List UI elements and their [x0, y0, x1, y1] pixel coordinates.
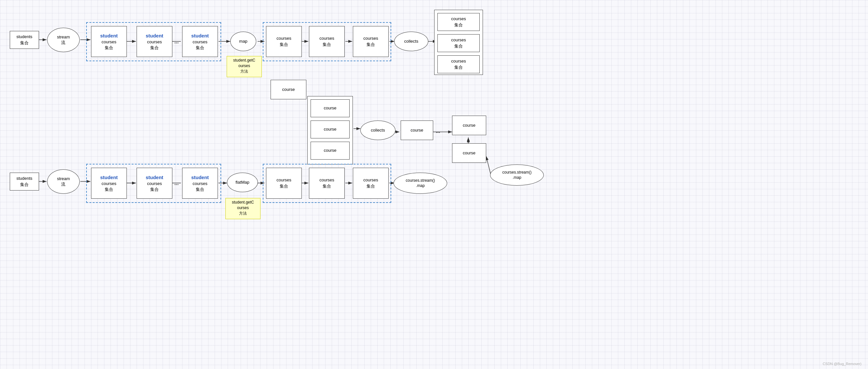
- courses-stream2-line1: courses.stream(): [406, 178, 435, 183]
- courses-stream-line1: courses.stream(): [502, 170, 531, 175]
- student1-label-bottom: student: [100, 174, 118, 181]
- students-sublabel-bottom: 集合: [20, 182, 29, 188]
- courses3-label-bottom: courses: [363, 177, 378, 183]
- courses-stream-ellipse: courses.stream() .map: [490, 165, 544, 186]
- student1-courses-top: courses: [101, 39, 117, 45]
- course-inner2-label: course: [323, 126, 336, 132]
- courses2-ji-top: 集合: [322, 42, 331, 48]
- right-box-1: courses 集合: [437, 13, 480, 31]
- svg-text:...: ...: [436, 128, 440, 134]
- student2-courses-bottom: courses: [147, 181, 162, 187]
- course-below-box: course: [452, 143, 486, 163]
- student3-label-bottom: student: [191, 174, 209, 181]
- courses-stream2-line2: .map: [406, 183, 435, 189]
- courses2-label-top: courses: [319, 35, 334, 41]
- flatmap-label: flatMap: [236, 180, 249, 185]
- students-label: students: [16, 34, 32, 40]
- course-inner-box-2: course: [311, 120, 350, 138]
- right2-label: courses: [451, 37, 466, 43]
- right-box-3: courses 集合: [437, 55, 480, 73]
- courses-stream-line2: .map: [502, 175, 531, 180]
- courses2-label-bottom: courses: [319, 177, 334, 183]
- student3-ji-bottom: 集合: [196, 187, 204, 193]
- right-box-2: courses 集合: [437, 34, 480, 52]
- student-box-2-top: student courses 集合: [136, 26, 173, 57]
- note-line2-bottom: ourses: [228, 205, 258, 211]
- map-ellipse: map: [230, 32, 256, 51]
- student-box-3-top: student courses 集合: [182, 26, 218, 57]
- student1-label-top: student: [100, 32, 118, 39]
- right3-ji: 集合: [454, 64, 463, 70]
- course-inner3-label: course: [323, 147, 336, 153]
- diagram: ... ... ... students 集合 stream 流 student…: [0, 0, 868, 369]
- course-inner-box-1: course: [311, 100, 350, 117]
- course-mid-box: course: [401, 120, 433, 140]
- watermark: CSDN @Bug_Remover): [823, 362, 862, 366]
- students-box-top: students 集合: [10, 31, 39, 49]
- student-box-2-bottom: student courses 集合: [136, 168, 173, 199]
- stream-sublabel: 流: [57, 40, 70, 46]
- note-line1-top: student.getC: [229, 58, 259, 63]
- student-box-1-top: student courses 集合: [91, 26, 127, 57]
- stream-sublabel-bottom: 流: [57, 182, 70, 187]
- courses3-label-top: courses: [363, 35, 378, 41]
- student1-courses-bottom: courses: [101, 181, 117, 187]
- note-box-top: student.getC ourses 方法: [227, 56, 262, 77]
- student2-courses-top: courses: [147, 39, 162, 45]
- course-single-label: course: [282, 87, 294, 92]
- students-sublabel: 集合: [20, 40, 29, 46]
- student2-label-top: student: [146, 32, 163, 39]
- note-line1-bottom: student.getC: [228, 200, 258, 205]
- student2-label-bottom: student: [146, 174, 163, 181]
- courses-box-1-bottom: courses 集合: [266, 168, 302, 199]
- right3-label: courses: [451, 58, 466, 64]
- student1-ji-bottom: 集合: [105, 187, 113, 193]
- courses3-ji-bottom: 集合: [367, 183, 375, 189]
- stream-label-bottom: stream: [57, 176, 70, 182]
- note-line2-top: ourses: [229, 63, 259, 69]
- student-box-3-bottom: student courses 集合: [182, 168, 218, 199]
- course-single-box: course: [271, 80, 306, 100]
- students-label-bottom: students: [16, 175, 32, 181]
- course-right-label: course: [463, 122, 475, 128]
- student3-courses-top: courses: [192, 39, 208, 45]
- course-inner-box-3: course: [311, 142, 350, 160]
- stream-ellipse-bottom: stream 流: [47, 169, 80, 194]
- student2-ji-top: 集合: [150, 45, 159, 51]
- collects-label-middle: collects: [371, 128, 385, 133]
- courses-box-3-bottom: courses 集合: [353, 168, 389, 199]
- course-right-box: course: [452, 116, 486, 135]
- course-inner1-label: course: [323, 105, 336, 111]
- courses3-ji-top: 集合: [367, 42, 375, 48]
- collects-label-top: collects: [404, 39, 418, 44]
- student1-ji-top: 集合: [105, 45, 113, 51]
- courses-box-1-top: courses 集合: [266, 26, 302, 57]
- courses1-ji-bottom: 集合: [280, 183, 288, 189]
- courses-box-3-top: courses 集合: [353, 26, 389, 57]
- course-mid-label: course: [410, 127, 423, 133]
- courses-stream2-ellipse: courses.stream() .map: [394, 173, 447, 194]
- collects-ellipse-top: collects: [394, 32, 428, 51]
- courses1-label-top: courses: [276, 35, 291, 41]
- watermark-text: CSDN @Bug_Remover): [823, 362, 862, 366]
- student3-courses-bottom: courses: [192, 181, 208, 187]
- note-line3-top: 方法: [229, 69, 259, 74]
- courses-box-2-top: courses 集合: [309, 26, 345, 57]
- student3-ji-top: 集合: [196, 45, 204, 51]
- collects-ellipse-middle: collects: [360, 120, 396, 140]
- student2-ji-bottom: 集合: [150, 187, 159, 193]
- course-below-label: course: [463, 150, 475, 156]
- stream-label: stream: [57, 34, 70, 40]
- courses2-ji-bottom: 集合: [322, 183, 331, 189]
- courses1-ji-top: 集合: [280, 42, 288, 48]
- right1-ji: 集合: [454, 22, 463, 28]
- right2-ji: 集合: [454, 43, 463, 49]
- stream-ellipse-top: stream 流: [47, 28, 80, 52]
- flatmap-ellipse: flatMap: [227, 173, 258, 192]
- courses1-label-bottom: courses: [276, 177, 291, 183]
- note-line3-bottom: 方法: [228, 211, 258, 216]
- student3-label-top: student: [191, 32, 209, 39]
- student-box-1-bottom: student courses 集合: [91, 168, 127, 199]
- note-box-bottom: student.getC ourses 方法: [225, 198, 260, 219]
- courses-box-2-bottom: courses 集合: [309, 168, 345, 199]
